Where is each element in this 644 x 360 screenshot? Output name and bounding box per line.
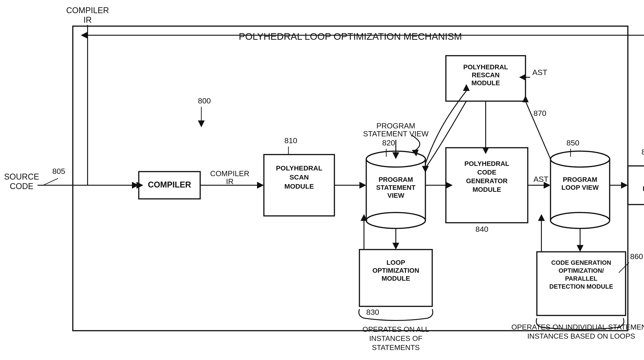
ref-850: 850 bbox=[566, 138, 580, 147]
ref-805: 805 bbox=[52, 167, 65, 175]
ref-810: 810 bbox=[284, 136, 297, 145]
polyhedral-scan-label1: POLYHEDRAL bbox=[276, 164, 322, 172]
ref-805-line bbox=[43, 178, 58, 185]
plv-cylinder-bottom bbox=[550, 213, 610, 228]
arrowhead-prm-psv bbox=[422, 166, 429, 173]
lom-label2: OPTIMIZATION bbox=[372, 267, 419, 274]
prm-label2: RESCAN bbox=[472, 71, 500, 79]
ref-880: 880 bbox=[642, 147, 644, 156]
source-code-label2: CODE bbox=[10, 182, 34, 191]
plv-label2: LOOP VIEW bbox=[562, 184, 599, 191]
emit-box bbox=[628, 166, 644, 205]
psv-label1: PROGRAM bbox=[378, 176, 413, 183]
arrowhead-plv-prm bbox=[522, 95, 529, 102]
prm-label3: MODULE bbox=[471, 79, 500, 87]
arrowhead-prm-pcgm bbox=[482, 147, 489, 154]
arrowhead-psv-pcgm bbox=[446, 182, 453, 189]
pcgm-label3: GENERATOR bbox=[466, 177, 508, 185]
ref-860: 860 bbox=[630, 252, 643, 261]
cgopd-label2: OPTIMIZATION/ bbox=[559, 267, 604, 274]
arrowhead-plv-emit bbox=[621, 182, 628, 189]
ast-label1: AST bbox=[532, 68, 547, 77]
psv-label3: VIEW bbox=[388, 192, 404, 199]
ref-830: 830 bbox=[366, 308, 379, 316]
source-code-label: SOURCE bbox=[4, 172, 39, 181]
operates-ind-label2: INSTANCES BASED ON LOOPS bbox=[527, 332, 635, 340]
psv-top-label1: PROGRAM bbox=[376, 122, 416, 130]
arrowhead-cgopd-plv bbox=[538, 214, 545, 221]
compiler-ir-top-label2: IR bbox=[84, 15, 92, 24]
plv-label1: PROGRAM bbox=[563, 176, 597, 183]
operates-all-label2: INSTANCES OF bbox=[369, 334, 422, 343]
cgopd-label4: DETECTION MODULE bbox=[549, 283, 613, 290]
ref-820: 820 bbox=[382, 138, 395, 147]
psv-top-label2: STATEMENT VIEW bbox=[363, 130, 429, 138]
compiler-box-label: COMPILER bbox=[148, 180, 191, 189]
arrowhead-psv-prm bbox=[463, 84, 470, 91]
diagram-container: POLYHEDRAL LOOP OPTIMIZATION MECHANISM C… bbox=[0, 0, 644, 360]
lom-label1: LOOP bbox=[386, 259, 405, 266]
arrowhead-800 bbox=[198, 120, 205, 127]
ast-label2: AST bbox=[534, 175, 548, 183]
polyhedral-scan-label3: MODULE bbox=[284, 183, 314, 190]
psv-cylinder-bottom bbox=[366, 213, 426, 228]
cgopd-label1: CODE GENERATION bbox=[551, 259, 611, 266]
pcgm-label4: MODULE bbox=[472, 186, 501, 193]
plv-cylinder-top bbox=[550, 151, 610, 167]
pcgm-box bbox=[446, 148, 528, 223]
prm-label1: POLYHEDRAL bbox=[463, 63, 508, 71]
ref-870: 870 bbox=[534, 109, 546, 117]
emit-label2: MODULE bbox=[643, 185, 644, 192]
compiler-ir-top-label: COMPILER bbox=[66, 6, 109, 15]
arrowhead-plv-cgopd bbox=[577, 245, 584, 252]
arrowhead-source-compiler bbox=[136, 182, 143, 189]
compiler-ir-arrow-label: COMPILER bbox=[210, 169, 249, 178]
operates-all-label3: STATEMENTS bbox=[372, 344, 420, 352]
polyhedral-loop-optimization-title: POLYHEDRAL LOOP OPTIMIZATION MECHANISM bbox=[239, 31, 462, 42]
arrowhead-ast-prm bbox=[519, 74, 526, 81]
ref-800: 800 bbox=[198, 96, 211, 105]
arrowhead-top-left bbox=[81, 32, 88, 39]
lom-label3: MODULE bbox=[382, 275, 410, 282]
arrowhead-compiler-scan bbox=[257, 182, 264, 189]
polyhedral-scan-label2: SCAN bbox=[289, 173, 309, 181]
compiler-ir-arrow-label2: IR bbox=[226, 177, 234, 186]
pcgm-label2: CODE bbox=[477, 169, 496, 176]
pcgm-label1: POLYHEDRAL bbox=[464, 160, 509, 167]
arrowhead-scan-psv bbox=[360, 182, 366, 189]
ref-840: 840 bbox=[476, 225, 488, 233]
operates-all-label1: OPERATES ON ALL bbox=[362, 325, 429, 334]
psv-label2: STATEMENT bbox=[376, 184, 416, 191]
cgopd-label3: PARALLEL bbox=[565, 275, 597, 282]
arrowhead-psv-lom bbox=[392, 243, 399, 250]
